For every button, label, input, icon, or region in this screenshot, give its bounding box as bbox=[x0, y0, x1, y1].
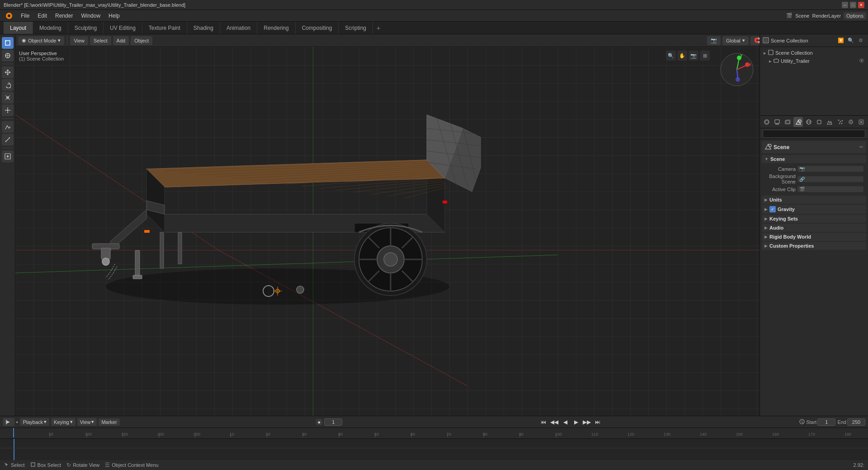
prev-keyframe-button[interactable]: ◀◀ bbox=[549, 417, 559, 427]
timeline-frames[interactable] bbox=[0, 439, 868, 462]
units-section-header[interactable]: ▶ Units bbox=[762, 196, 866, 204]
current-frame-input[interactable] bbox=[324, 418, 342, 426]
tab-modeling[interactable]: Modeling bbox=[33, 22, 68, 34]
outliner-item-utility-trailer[interactable]: ▸ Utility_Trailer bbox=[762, 57, 866, 65]
prop-tab-render[interactable] bbox=[762, 117, 771, 127]
tab-shading[interactable]: Shading bbox=[187, 22, 220, 34]
background-scene-value[interactable]: 🔗 bbox=[797, 176, 863, 182]
menu-blender[interactable] bbox=[2, 11, 16, 20]
menu-edit[interactable]: Edit bbox=[34, 12, 51, 20]
menu-help[interactable]: Help bbox=[105, 12, 123, 20]
menu-file[interactable]: File bbox=[17, 12, 33, 20]
grid-viewport-button[interactable]: ⊞ bbox=[700, 51, 710, 61]
audio-section-header[interactable]: ▶ Audio bbox=[762, 224, 866, 232]
prev-frame-button[interactable]: ◀ bbox=[560, 417, 570, 427]
status-rotate-view[interactable]: ↻ Rotate View bbox=[66, 462, 99, 468]
status-object-context[interactable]: ☰ Object Context Menu bbox=[105, 462, 158, 468]
prop-tab-particles[interactable] bbox=[835, 117, 845, 127]
tab-compositing[interactable]: Compositing bbox=[296, 22, 339, 34]
rigid-body-world-section-header[interactable]: ▶ Rigid Body World bbox=[762, 233, 866, 241]
scene-section-header[interactable]: ▼ Scene bbox=[762, 155, 866, 163]
prop-tab-object[interactable] bbox=[814, 117, 824, 127]
hand-viewport-button[interactable]: ✋ bbox=[677, 51, 687, 61]
start-frame-input[interactable] bbox=[817, 418, 835, 426]
menu-render[interactable]: Render bbox=[52, 12, 76, 20]
svg-text:170: 170 bbox=[808, 432, 815, 437]
playback-menu[interactable]: Playback ▾ bbox=[20, 418, 49, 426]
cursor-button[interactable] bbox=[2, 50, 14, 61]
transform-button[interactable] bbox=[2, 104, 14, 116]
outliner-item-scene-collection[interactable]: ▸ Scene Collection bbox=[762, 49, 866, 57]
outliner-options-icon[interactable]: ⚙ bbox=[856, 36, 865, 45]
svg-text:140: 140 bbox=[700, 432, 707, 437]
status-bar: Select Box Select ↻ Rotate View ☰ Object… bbox=[0, 460, 868, 470]
prop-tab-modifier[interactable] bbox=[825, 117, 835, 127]
svg-rect-71 bbox=[144, 230, 150, 233]
add-object-button[interactable] bbox=[2, 150, 14, 162]
gravity-checkbox[interactable]: ✓ bbox=[769, 206, 776, 212]
measure-button[interactable] bbox=[2, 134, 14, 146]
view-menu-button[interactable]: View bbox=[70, 36, 88, 45]
scene-section-body: Camera 📷 Background Scene 🔗 Active Clip bbox=[762, 163, 866, 195]
outliner-search-icon[interactable]: 🔍 bbox=[846, 36, 855, 45]
status-box-select[interactable]: Box Select bbox=[30, 462, 61, 469]
tab-uv-editing[interactable]: UV Editing bbox=[104, 22, 142, 34]
properties-search-input[interactable] bbox=[763, 130, 865, 138]
timeline-icon-btn[interactable] bbox=[3, 418, 14, 426]
camera-viewport-button[interactable]: 📷 bbox=[689, 51, 698, 61]
tab-sculpting[interactable]: Sculpting bbox=[68, 22, 104, 34]
rotate-button[interactable] bbox=[2, 79, 14, 91]
prop-tab-output[interactable] bbox=[772, 117, 782, 127]
keying-sets-section-header[interactable]: ▶ Keying Sets bbox=[762, 215, 866, 223]
jump-start-button[interactable]: ⏮ bbox=[538, 417, 548, 427]
close-button[interactable]: ✕ bbox=[858, 2, 864, 8]
tab-layout[interactable]: Layout bbox=[4, 22, 33, 34]
prop-tab-world[interactable] bbox=[804, 117, 813, 127]
annotate-button[interactable] bbox=[2, 121, 14, 133]
prop-tab-constraints[interactable] bbox=[857, 117, 866, 127]
navigation-gizmo[interactable]: Y X bbox=[719, 52, 755, 88]
tab-scripting[interactable]: Scripting bbox=[339, 22, 373, 34]
camera-value[interactable]: 📷 bbox=[797, 166, 863, 172]
box-select-label: Box Select bbox=[38, 462, 61, 468]
prop-tab-view-layer[interactable] bbox=[783, 117, 793, 127]
viewport-shading-button[interactable]: 📷 bbox=[707, 36, 721, 45]
select-menu-button[interactable]: Select bbox=[90, 36, 111, 45]
keying-menu[interactable]: Keying ▾ bbox=[51, 418, 75, 426]
tab-rendering[interactable]: Rendering bbox=[257, 22, 295, 34]
custom-properties-section-header[interactable]: ▶ Custom Properties bbox=[762, 242, 866, 250]
scale-button[interactable] bbox=[2, 92, 14, 103]
next-frame-button[interactable]: ▶▶ bbox=[582, 417, 592, 427]
move-button[interactable] bbox=[2, 66, 14, 78]
status-select[interactable]: Select bbox=[4, 462, 25, 469]
prop-scene-edit-icon[interactable]: ✏ bbox=[859, 144, 863, 150]
gravity-section-header[interactable]: ▶ ✓ Gravity bbox=[762, 205, 866, 214]
menu-window[interactable]: Window bbox=[77, 12, 104, 20]
play-button[interactable]: ▶ bbox=[571, 417, 581, 427]
minimize-button[interactable]: ─ bbox=[842, 2, 848, 8]
tab-animation[interactable]: Animation bbox=[220, 22, 257, 34]
search-viewport-button[interactable]: 🔍 bbox=[666, 51, 676, 61]
select-box-button[interactable] bbox=[2, 37, 14, 49]
active-clip-value[interactable]: 🎬 bbox=[797, 186, 863, 192]
trailer-visibility-icon[interactable] bbox=[859, 58, 864, 64]
maximize-button[interactable]: □ bbox=[850, 2, 856, 8]
marker-menu[interactable]: Marker bbox=[99, 418, 119, 426]
viewport[interactable]: User Perspective (1) Scene Collection Y … bbox=[15, 47, 760, 416]
jump-end-button[interactable]: ⏭ bbox=[593, 417, 603, 427]
svg-text:50: 50 bbox=[374, 432, 379, 437]
status-coordinates: 2.92: bbox=[854, 462, 864, 468]
tab-texture-paint[interactable]: Texture Paint bbox=[142, 22, 187, 34]
object-menu-button[interactable]: Object bbox=[131, 36, 152, 45]
end-frame-input[interactable] bbox=[847, 418, 865, 426]
add-menu-button[interactable]: Add bbox=[113, 36, 129, 45]
prop-tab-scene[interactable] bbox=[793, 117, 803, 127]
options-button[interactable]: Options bbox=[844, 12, 866, 19]
object-mode-button[interactable]: ◉ Object Mode ▾ bbox=[18, 36, 64, 45]
view-menu[interactable]: View ▾ bbox=[77, 418, 97, 426]
viewport-axes-svg bbox=[15, 47, 760, 416]
prop-tab-physics[interactable] bbox=[846, 117, 855, 127]
add-workspace-button[interactable]: + bbox=[373, 23, 384, 33]
global-transform-button[interactable]: Global ▾ bbox=[722, 36, 749, 45]
outliner-filter-icon[interactable]: 🔽 bbox=[836, 36, 845, 45]
